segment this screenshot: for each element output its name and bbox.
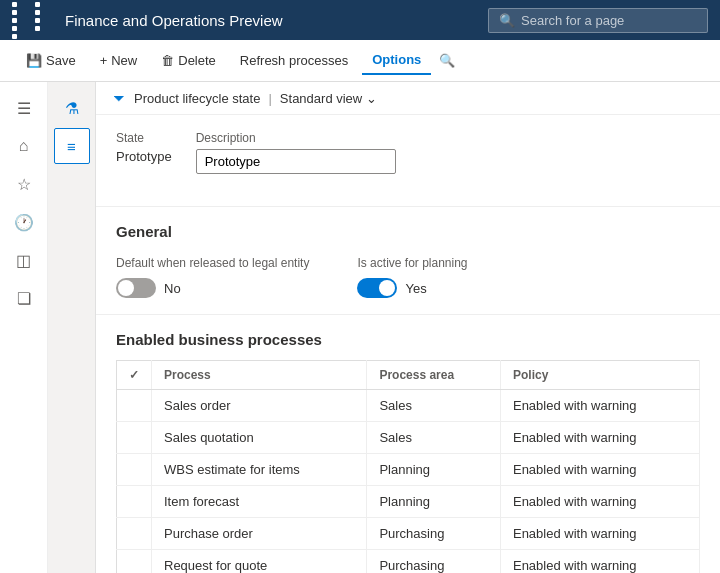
chevron-down-icon: ⌄ [366,91,377,106]
row-area: Purchasing [367,550,501,574]
active-toggle-row: Yes [357,278,467,298]
search-toolbar-icon[interactable]: 🔍 [439,53,455,68]
active-toggle-label: Yes [405,281,426,296]
bp-table: ✓ Process Process area Policy Sales orde… [116,360,700,573]
top-bar: Finance and Operations Preview 🔍 Search … [0,0,720,40]
new-label: New [111,53,137,68]
toolbar: 💾 Save + New 🗑 Delete Refresh processes … [0,40,720,82]
row-policy: Enabled with warning [500,486,699,518]
row-area: Sales [367,422,501,454]
row-process: Sales order [152,390,367,422]
nav-home-icon[interactable]: ⌂ [6,128,42,164]
description-field: Description [196,131,396,174]
app-title: Finance and Operations Preview [65,12,478,29]
default-field: Default when released to legal entity No [116,256,309,298]
nav-workspaces-icon[interactable]: ◫ [6,242,42,278]
breadcrumb-page: Product lifecycle state [134,91,260,106]
form-section: State Prototype Description [96,115,720,207]
breadcrumb-bar: ⏷ Product lifecycle state | Standard vie… [96,82,720,115]
refresh-label: Refresh processes [240,53,348,68]
description-input[interactable] [196,149,396,174]
active-toggle[interactable] [357,278,397,298]
table-row[interactable]: Sales quotation Sales Enabled with warni… [117,422,700,454]
row-area: Purchasing [367,518,501,550]
row-check [117,454,152,486]
search-icon: 🔍 [499,13,515,28]
row-process: Request for quote [152,550,367,574]
state-value: Prototype [116,149,172,164]
row-check [117,550,152,574]
general-title: General [116,223,700,240]
general-section: General Default when released to legal e… [96,207,720,315]
refresh-button[interactable]: Refresh processes [230,47,358,74]
table-row[interactable]: Request for quote Purchasing Enabled wit… [117,550,700,574]
options-button[interactable]: Options [362,46,431,75]
row-process: Sales quotation [152,422,367,454]
row-policy: Enabled with warning [500,550,699,574]
table-row[interactable]: Purchase order Purchasing Enabled with w… [117,518,700,550]
state-field: State Prototype [116,131,172,174]
active-field: Is active for planning Yes [357,256,467,298]
row-policy: Enabled with warning [500,390,699,422]
search-placeholder: Search for a page [521,13,624,28]
view-selector[interactable]: Standard view ⌄ [280,91,377,106]
description-label: Description [196,131,396,145]
save-label: Save [46,53,76,68]
row-area: Planning [367,486,501,518]
new-button[interactable]: + New [90,47,148,74]
options-label: Options [372,52,421,67]
active-label: Is active for planning [357,256,467,270]
new-icon: + [100,53,108,68]
main-layout: ☰ ⌂ ☆ 🕐 ◫ ❏ ⚗ ≡ ⏷ Product lifecycle stat… [0,82,720,573]
delete-icon: 🗑 [161,53,174,68]
form-row: State Prototype Description [116,131,700,174]
row-process: Purchase order [152,518,367,550]
col-area: Process area [367,361,501,390]
state-label: State [116,131,172,145]
row-policy: Enabled with warning [500,454,699,486]
row-area: Planning [367,454,501,486]
row-process: WBS estimate for items [152,454,367,486]
breadcrumb-filter-icon: ⏷ [112,90,126,106]
general-row: Default when released to legal entity No… [116,256,700,298]
row-area: Sales [367,390,501,422]
nav-recent-icon[interactable]: 🕐 [6,204,42,240]
bp-title: Enabled business processes [116,331,700,348]
view-name: Standard view [280,91,362,106]
default-toggle-label: No [164,281,181,296]
table-header-row: ✓ Process Process area Policy [117,361,700,390]
search-bar[interactable]: 🔍 Search for a page [488,8,708,33]
row-check [117,518,152,550]
default-label: Default when released to legal entity [116,256,309,270]
save-icon: 💾 [26,53,42,68]
row-process: Item forecast [152,486,367,518]
col-policy: Policy [500,361,699,390]
default-toggle-thumb [118,280,134,296]
table-row[interactable]: Sales order Sales Enabled with warning [117,390,700,422]
active-toggle-thumb [379,280,395,296]
table-row[interactable]: Item forecast Planning Enabled with warn… [117,486,700,518]
col-check: ✓ [117,361,152,390]
app-grid-icon[interactable] [12,2,55,39]
nav-modules-icon[interactable]: ❏ [6,280,42,316]
business-processes-section: Enabled business processes ✓ Process Pro… [96,315,720,573]
secondary-nav: ⚗ ≡ [48,82,96,573]
default-toggle-row: No [116,278,309,298]
filter-nav-icon[interactable]: ⚗ [54,90,90,126]
content-area: ⏷ Product lifecycle state | Standard vie… [96,82,720,573]
row-policy: Enabled with warning [500,422,699,454]
row-check [117,422,152,454]
left-nav: ☰ ⌂ ☆ 🕐 ◫ ❏ [0,82,48,573]
list-nav-icon[interactable]: ≡ [54,128,90,164]
default-toggle[interactable] [116,278,156,298]
row-policy: Enabled with warning [500,518,699,550]
delete-button[interactable]: 🗑 Delete [151,47,226,74]
row-check [117,390,152,422]
row-check [117,486,152,518]
nav-hamburger-icon[interactable]: ☰ [6,90,42,126]
table-row[interactable]: WBS estimate for items Planning Enabled … [117,454,700,486]
save-button[interactable]: 💾 Save [16,47,86,74]
breadcrumb-separator: | [268,91,271,106]
delete-label: Delete [178,53,216,68]
nav-favorites-icon[interactable]: ☆ [6,166,42,202]
